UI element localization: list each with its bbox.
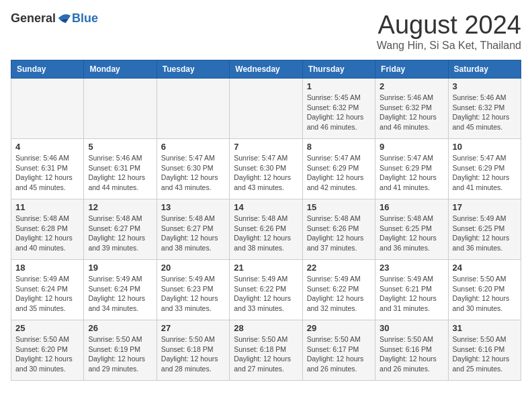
header-row: SundayMondayTuesdayWednesdayThursdayFrid… bbox=[11, 60, 521, 79]
day-number: 8 bbox=[307, 142, 371, 152]
day-number: 11 bbox=[15, 202, 79, 212]
calendar-cell bbox=[230, 79, 302, 139]
calendar-cell bbox=[11, 79, 84, 139]
calendar-week-4: 18Sunrise: 5:49 AM Sunset: 6:24 PM Dayli… bbox=[11, 260, 521, 320]
day-info: Sunrise: 5:50 AM Sunset: 6:20 PM Dayligh… bbox=[453, 274, 517, 314]
header-cell-monday: Monday bbox=[84, 60, 157, 79]
calendar-cell: 4Sunrise: 5:46 AM Sunset: 6:31 PM Daylig… bbox=[11, 139, 84, 199]
calendar-table: SundayMondayTuesdayWednesdayThursdayFrid… bbox=[11, 60, 521, 381]
day-info: Sunrise: 5:49 AM Sunset: 6:24 PM Dayligh… bbox=[88, 274, 152, 314]
calendar-cell bbox=[157, 79, 229, 139]
header-cell-friday: Friday bbox=[375, 60, 448, 79]
calendar-cell: 21Sunrise: 5:49 AM Sunset: 6:22 PM Dayli… bbox=[230, 260, 302, 320]
calendar-cell: 18Sunrise: 5:49 AM Sunset: 6:24 PM Dayli… bbox=[11, 260, 84, 320]
day-info: Sunrise: 5:50 AM Sunset: 6:17 PM Dayligh… bbox=[307, 334, 371, 374]
calendar-cell: 22Sunrise: 5:49 AM Sunset: 6:22 PM Dayli… bbox=[302, 260, 375, 320]
day-info: Sunrise: 5:49 AM Sunset: 6:21 PM Dayligh… bbox=[380, 274, 443, 314]
calendar-cell: 8Sunrise: 5:47 AM Sunset: 6:29 PM Daylig… bbox=[302, 139, 375, 199]
day-number: 22 bbox=[307, 263, 371, 273]
day-info: Sunrise: 5:50 AM Sunset: 6:18 PM Dayligh… bbox=[161, 334, 225, 374]
calendar-cell: 7Sunrise: 5:47 AM Sunset: 6:30 PM Daylig… bbox=[230, 139, 302, 199]
calendar-cell: 12Sunrise: 5:48 AM Sunset: 6:27 PM Dayli… bbox=[84, 199, 157, 260]
day-info: Sunrise: 5:47 AM Sunset: 6:29 PM Dayligh… bbox=[453, 153, 517, 193]
day-info: Sunrise: 5:46 AM Sunset: 6:32 PM Dayligh… bbox=[380, 93, 443, 132]
calendar-cell bbox=[84, 79, 157, 139]
day-number: 9 bbox=[380, 142, 443, 152]
calendar-cell: 29Sunrise: 5:50 AM Sunset: 6:17 PM Dayli… bbox=[302, 320, 375, 381]
day-info: Sunrise: 5:47 AM Sunset: 6:30 PM Dayligh… bbox=[161, 153, 225, 193]
day-number: 7 bbox=[234, 142, 298, 152]
calendar-cell: 19Sunrise: 5:49 AM Sunset: 6:24 PM Dayli… bbox=[84, 260, 157, 320]
calendar-cell: 10Sunrise: 5:47 AM Sunset: 6:29 PM Dayli… bbox=[448, 139, 521, 199]
day-number: 18 bbox=[15, 263, 79, 273]
calendar-cell: 11Sunrise: 5:48 AM Sunset: 6:28 PM Dayli… bbox=[11, 199, 84, 260]
calendar-cell: 30Sunrise: 5:50 AM Sunset: 6:16 PM Dayli… bbox=[375, 320, 448, 381]
calendar-cell: 2Sunrise: 5:46 AM Sunset: 6:32 PM Daylig… bbox=[375, 79, 448, 139]
day-info: Sunrise: 5:50 AM Sunset: 6:16 PM Dayligh… bbox=[453, 334, 517, 374]
calendar-cell: 25Sunrise: 5:50 AM Sunset: 6:20 PM Dayli… bbox=[11, 320, 84, 381]
day-number: 24 bbox=[453, 263, 517, 273]
day-info: Sunrise: 5:47 AM Sunset: 6:30 PM Dayligh… bbox=[234, 153, 298, 193]
day-info: Sunrise: 5:48 AM Sunset: 6:27 PM Dayligh… bbox=[88, 214, 152, 253]
calendar-body: 1Sunrise: 5:45 AM Sunset: 6:32 PM Daylig… bbox=[11, 79, 521, 381]
title-section: August 2024 Wang Hin, Si Sa Ket, Thailan… bbox=[377, 11, 521, 52]
day-info: Sunrise: 5:49 AM Sunset: 6:25 PM Dayligh… bbox=[453, 214, 517, 253]
calendar-cell: 16Sunrise: 5:48 AM Sunset: 6:25 PM Dayli… bbox=[375, 199, 448, 260]
day-info: Sunrise: 5:49 AM Sunset: 6:22 PM Dayligh… bbox=[307, 274, 371, 314]
day-number: 15 bbox=[307, 202, 371, 212]
header-cell-saturday: Saturday bbox=[448, 60, 521, 79]
calendar-cell: 26Sunrise: 5:50 AM Sunset: 6:19 PM Dayli… bbox=[84, 320, 157, 381]
day-number: 14 bbox=[234, 202, 298, 212]
page-header: General Blue August 2024 Wang Hin, Si Sa… bbox=[11, 11, 521, 52]
calendar-cell: 15Sunrise: 5:48 AM Sunset: 6:26 PM Dayli… bbox=[302, 199, 375, 260]
day-number: 1 bbox=[307, 81, 371, 91]
day-info: Sunrise: 5:50 AM Sunset: 6:18 PM Dayligh… bbox=[234, 334, 298, 374]
calendar-week-5: 25Sunrise: 5:50 AM Sunset: 6:20 PM Dayli… bbox=[11, 320, 521, 381]
calendar-cell: 27Sunrise: 5:50 AM Sunset: 6:18 PM Dayli… bbox=[157, 320, 229, 381]
calendar-cell: 9Sunrise: 5:47 AM Sunset: 6:29 PM Daylig… bbox=[375, 139, 448, 199]
day-number: 21 bbox=[234, 263, 298, 273]
day-number: 6 bbox=[161, 142, 225, 152]
day-number: 4 bbox=[15, 142, 79, 152]
day-number: 29 bbox=[307, 323, 371, 333]
location-subtitle: Wang Hin, Si Sa Ket, Thailand bbox=[377, 40, 521, 52]
calendar-cell: 31Sunrise: 5:50 AM Sunset: 6:16 PM Dayli… bbox=[448, 320, 521, 381]
day-info: Sunrise: 5:48 AM Sunset: 6:27 PM Dayligh… bbox=[161, 214, 225, 253]
header-cell-thursday: Thursday bbox=[302, 60, 375, 79]
day-number: 31 bbox=[453, 323, 517, 333]
calendar-cell: 5Sunrise: 5:46 AM Sunset: 6:31 PM Daylig… bbox=[84, 139, 157, 199]
calendar-week-2: 4Sunrise: 5:46 AM Sunset: 6:31 PM Daylig… bbox=[11, 139, 521, 199]
calendar-cell: 23Sunrise: 5:49 AM Sunset: 6:21 PM Dayli… bbox=[375, 260, 448, 320]
day-info: Sunrise: 5:50 AM Sunset: 6:19 PM Dayligh… bbox=[88, 334, 152, 374]
calendar-cell: 3Sunrise: 5:46 AM Sunset: 6:32 PM Daylig… bbox=[448, 79, 521, 139]
day-number: 10 bbox=[453, 142, 517, 152]
month-year-title: August 2024 bbox=[377, 11, 521, 40]
day-info: Sunrise: 5:50 AM Sunset: 6:16 PM Dayligh… bbox=[380, 334, 443, 374]
calendar-cell: 17Sunrise: 5:49 AM Sunset: 6:25 PM Dayli… bbox=[448, 199, 521, 260]
day-info: Sunrise: 5:48 AM Sunset: 6:26 PM Dayligh… bbox=[234, 214, 298, 253]
day-number: 17 bbox=[453, 202, 517, 212]
logo-icon bbox=[57, 11, 72, 26]
logo-general-text: General bbox=[11, 11, 56, 26]
calendar-cell: 1Sunrise: 5:45 AM Sunset: 6:32 PM Daylig… bbox=[302, 79, 375, 139]
day-number: 13 bbox=[161, 202, 225, 212]
day-number: 25 bbox=[15, 323, 79, 333]
day-number: 30 bbox=[380, 323, 443, 333]
header-cell-tuesday: Tuesday bbox=[157, 60, 229, 79]
day-number: 28 bbox=[234, 323, 298, 333]
calendar-header: SundayMondayTuesdayWednesdayThursdayFrid… bbox=[11, 60, 521, 79]
day-number: 20 bbox=[161, 263, 225, 273]
calendar-cell: 13Sunrise: 5:48 AM Sunset: 6:27 PM Dayli… bbox=[157, 199, 229, 260]
calendar-cell: 14Sunrise: 5:48 AM Sunset: 6:26 PM Dayli… bbox=[230, 199, 302, 260]
day-info: Sunrise: 5:50 AM Sunset: 6:20 PM Dayligh… bbox=[15, 334, 79, 374]
calendar-cell: 20Sunrise: 5:49 AM Sunset: 6:23 PM Dayli… bbox=[157, 260, 229, 320]
day-number: 27 bbox=[161, 323, 225, 333]
day-info: Sunrise: 5:49 AM Sunset: 6:23 PM Dayligh… bbox=[161, 274, 225, 314]
day-info: Sunrise: 5:45 AM Sunset: 6:32 PM Dayligh… bbox=[307, 93, 371, 132]
day-info: Sunrise: 5:47 AM Sunset: 6:29 PM Dayligh… bbox=[307, 153, 371, 193]
day-number: 26 bbox=[88, 323, 152, 333]
day-number: 3 bbox=[453, 81, 517, 91]
day-number: 2 bbox=[380, 81, 443, 91]
calendar-cell: 28Sunrise: 5:50 AM Sunset: 6:18 PM Dayli… bbox=[230, 320, 302, 381]
day-number: 5 bbox=[88, 142, 152, 152]
